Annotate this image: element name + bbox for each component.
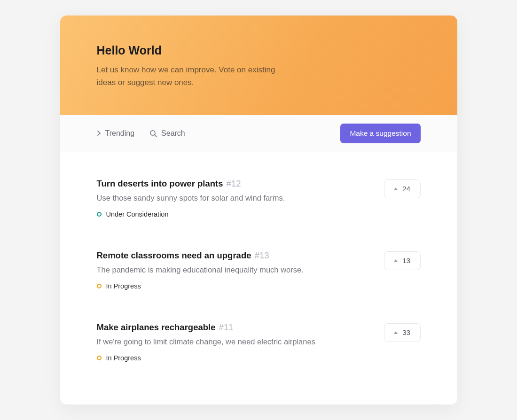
sort-trending[interactable]: Trending [97, 129, 135, 138]
idea-title[interactable]: Remote classrooms need an upgrade #13 [97, 250, 370, 261]
status-label: In Progress [106, 354, 141, 362]
hero: Hello World Let us know how we can impro… [60, 16, 457, 115]
search-label: Search [161, 129, 185, 138]
idea-main: Turn deserts into power plants #12 Use t… [97, 179, 384, 218]
idea-title[interactable]: Turn deserts into power plants #12 [97, 179, 370, 189]
hero-subtitle: Let us know how we can improve. Vote on … [97, 64, 294, 89]
hero-title: Hello World [97, 44, 421, 57]
idea-main: Make airplanes rechargeable #11 If we're… [97, 322, 384, 362]
status-label: In Progress [106, 282, 141, 290]
idea-row: Make airplanes rechargeable #11 If we're… [97, 306, 421, 378]
vote-button[interactable]: 33 [384, 323, 421, 342]
status-dot-icon [97, 356, 102, 360]
sort-label: Trending [105, 129, 135, 138]
idea-status: In Progress [97, 354, 141, 362]
idea-hash: #13 [255, 250, 269, 260]
idea-row: Turn deserts into power plants #12 Use t… [97, 163, 421, 234]
vote-count: 24 [402, 185, 410, 193]
vote-button[interactable]: 24 [384, 179, 421, 198]
search-control[interactable]: Search [149, 129, 185, 138]
suggestions-card: Hello World Let us know how we can impro… [60, 16, 457, 404]
status-dot-icon [97, 284, 102, 288]
svg-line-1 [155, 135, 157, 137]
make-suggestion-button[interactable]: Make a suggestion [340, 124, 420, 143]
idea-hash: #11 [219, 322, 234, 332]
toolbar: Trending Search Make a suggestion [60, 115, 457, 152]
idea-desc: If we're going to limit climate change, … [97, 337, 370, 346]
status-label: Under Consideration [106, 210, 169, 218]
upvote-icon [394, 331, 398, 334]
idea-list: Turn deserts into power plants #12 Use t… [60, 152, 457, 404]
status-dot-icon [97, 212, 102, 217]
idea-row: Remote classrooms need an upgrade #13 Th… [97, 234, 421, 306]
vote-button[interactable]: 13 [384, 251, 421, 270]
idea-desc: Use those sandy sunny spots for solar an… [97, 194, 370, 202]
idea-title-text: Turn deserts into power plants [97, 179, 223, 188]
upvote-icon [394, 187, 398, 190]
toolbar-left: Trending Search [97, 129, 185, 138]
upvote-icon [394, 259, 398, 262]
idea-hash: #12 [227, 179, 241, 188]
vote-count: 33 [402, 328, 410, 337]
search-icon [149, 130, 157, 137]
chevron-right-icon [97, 130, 101, 136]
idea-title-text: Make airplanes rechargeable [97, 322, 216, 332]
idea-main: Remote classrooms need an upgrade #13 Th… [97, 250, 384, 290]
idea-status: In Progress [97, 282, 141, 290]
idea-title[interactable]: Make airplanes rechargeable #11 [97, 322, 370, 333]
idea-desc: The pandemic is making educational inequ… [97, 265, 370, 274]
vote-count: 13 [402, 257, 410, 265]
idea-status: Under Consideration [97, 210, 169, 218]
idea-title-text: Remote classrooms need an upgrade [97, 250, 251, 260]
